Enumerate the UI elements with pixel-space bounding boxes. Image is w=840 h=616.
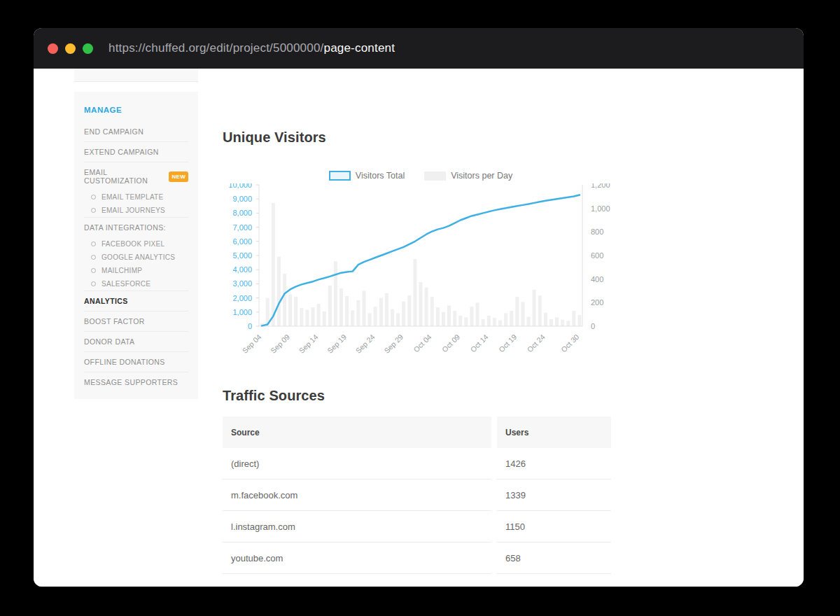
bar-visitors-per-day [498,321,502,326]
bar-visitors-per-day [374,307,377,326]
users-cell: 1150 [497,511,611,542]
bullet-icon [91,255,96,260]
bar-visitors-per-day [351,310,354,326]
sidebar-item-end-campaign[interactable]: END CAMPAIGN [84,122,188,141]
sidebar-subitem-label: FACEBOOK PIXEL [102,240,164,248]
sidebar-section-header-manage: MANAGE [84,100,188,122]
bar-visitors-per-day [493,318,496,326]
table-row: (direct)1426 [223,448,611,479]
bullet-icon [91,195,96,200]
address-bar[interactable]: https://chuffed.org/edit/project/5000000… [108,41,395,55]
bar-visitors-per-day [368,313,372,326]
bar-visitors-per-day [527,317,531,326]
right-axis-tick-label: 200 [591,298,603,307]
left-axis-tick-label: 7,000 [232,223,252,232]
sidebar-item-data-integrations[interactable]: DATA INTEGRATIONS: [84,217,188,237]
main-content: Unique Visitors Visitors TotalVisitors p… [223,69,671,574]
bar-visitors-per-day [323,312,326,326]
bar-visitors-per-day [442,312,445,326]
sidebar-item-boost-factor[interactable]: BOOST FACTOR [84,311,188,331]
users-cell: 1426 [497,448,611,479]
bar-visitors-per-day [482,319,485,326]
sidebar-subitem-label: EMAIL JOURNEYS [102,206,165,214]
bar-visitors-per-day [328,286,332,326]
x-axis-tick-label: Oct 14 [468,332,489,354]
x-axis-tick-label: Sep 09 [269,332,291,355]
table-row: youtube.com658 [223,542,611,574]
bar-visitors-per-day [470,307,473,326]
sidebar-item-label: BOOST FACTOR [84,317,145,326]
sidebar-subitem-label: MAILCHIMP [102,267,142,274]
bar-visitors-per-day [385,293,388,326]
bar-visitors-per-day [317,304,321,326]
sidebar-item-offline-donations[interactable]: OFFLINE DONATIONS [84,351,188,372]
url-page-segment: page-content [324,41,396,55]
bar-visitors-per-day [272,203,275,326]
bar-visitors-per-day [561,320,564,326]
bar-visitors-per-day [300,308,303,326]
right-axis-tick-label: 800 [591,227,603,236]
bar-visitors-per-day [533,290,536,326]
right-axis-tick-label: 1,000 [591,204,610,213]
sidebar-item-analytics[interactable]: ANALYTICS [84,290,188,311]
x-axis-tick-label: Oct 04 [412,332,433,354]
left-axis-tick-label: 2,000 [232,294,252,302]
bar-visitors-per-day [578,315,581,326]
x-axis-tick-label: Sep 19 [326,332,348,355]
bar-visitors-per-day [476,302,479,326]
bar-visitors-per-day [356,300,360,326]
sidebar-item-label: EMAIL CUSTOMIZATION [84,168,169,185]
new-badge: NEW [169,172,188,182]
legend-item-visitors-total[interactable]: Visitors Total [329,171,405,181]
sidebar-item-label: DONOR DATA [84,337,134,346]
traffic-lights [48,43,93,54]
sidebar-subitem-mailchimp[interactable]: MAILCHIMP [84,264,188,277]
page-content: MANAGEEND CAMPAIGNEXTEND CAMPAIGNEMAIL C… [34,69,804,587]
bar-visitors-per-day [425,287,428,326]
close-button[interactable] [48,43,58,54]
sidebar-item-donor-data[interactable]: DONOR DATA [84,331,188,351]
left-axis-tick-label: 9,000 [232,195,252,203]
legend-label: Visitors per Day [451,171,512,181]
sidebar-subitem-email-journeys[interactable]: EMAIL JOURNEYS [84,204,188,217]
legend-item-visitors-per-day[interactable]: Visitors per Day [424,171,512,181]
right-axis-tick-label: 400 [591,275,603,284]
left-axis-tick-label: 5,000 [232,251,252,260]
source-cell: (direct) [223,448,491,479]
x-axis-tick-label: Oct 19 [497,332,518,354]
x-axis-tick-label: Sep 24 [354,332,377,355]
sidebar-item-extend-campaign[interactable]: EXTEND CAMPAIGN [84,141,188,162]
bar-visitors-per-day [407,295,411,326]
traffic-sources-table: SourceUsers(direct)1426m.facebook.com133… [223,416,611,574]
sidebar-item-label: MESSAGE SUPPORTERS [84,378,178,386]
bar-visitors-per-day [555,317,559,326]
sidebar-subitem-facebook-pixel[interactable]: FACEBOOK PIXEL [84,237,188,251]
minimize-button[interactable] [65,43,76,54]
sidebar-subitem-email-template[interactable]: EMAIL TEMPLATE [84,190,188,204]
line-series-swatch-icon [329,171,351,181]
bar-visitors-per-day [538,295,542,326]
bar-visitors-per-day [283,274,286,326]
zoom-button[interactable] [83,43,93,54]
left-axis-tick-label: 4,000 [232,265,252,274]
bar-visitors-per-day [453,311,456,326]
sidebar-item-label: OFFLINE DONATIONS [84,358,165,366]
sidebar-subitem-salesforce[interactable]: SALESFORCE [84,277,188,290]
bar-visitors-per-day [521,302,524,326]
sidebar-subitem-google-analytics[interactable]: GOOGLE ANALYTICS [84,251,188,264]
sidebar-item-message-supporters[interactable]: MESSAGE SUPPORTERS [84,372,188,392]
bullet-icon [91,208,96,213]
bar-series-swatch-icon [424,172,446,181]
column-header-source: Source [223,416,491,448]
sidebar-item-email-customization[interactable]: EMAIL CUSTOMIZATIONNEW [84,162,188,190]
bar-visitors-per-day [391,309,394,326]
bar-visitors-per-day [312,307,315,326]
x-axis-tick-label: Oct 30 [559,332,580,354]
users-cell: 658 [497,542,611,574]
bar-visitors-per-day [413,259,416,326]
unique-visitors-chart: Visitors TotalVisitors per Day 01,0002,0… [223,171,671,371]
bar-visitors-per-day [345,296,349,326]
bar-visitors-per-day [402,302,405,326]
bullet-icon [91,268,96,273]
sidebar-item-label: END CAMPAIGN [84,127,144,136]
